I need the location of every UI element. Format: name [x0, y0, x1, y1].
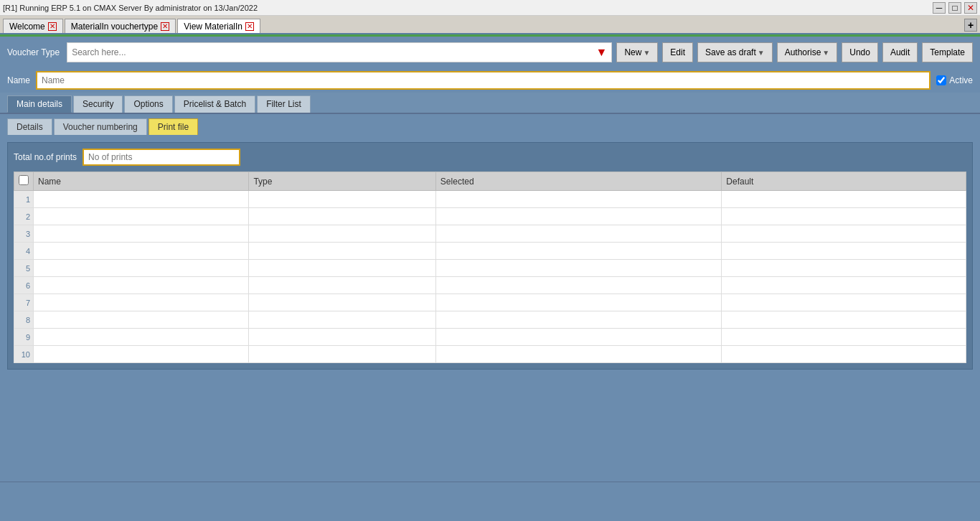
row-selected-cell[interactable]: [435, 208, 721, 225]
active-checkbox[interactable]: [936, 75, 946, 85]
row-default-cell[interactable]: [722, 329, 966, 346]
row-type-cell[interactable]: [249, 260, 435, 277]
undo-button[interactable]: Undo: [842, 42, 878, 62]
row-default-cell[interactable]: [722, 208, 966, 225]
row-default-cell[interactable]: [722, 277, 966, 294]
row-default-cell[interactable]: [722, 311, 966, 329]
row-type-cell[interactable]: [249, 225, 435, 243]
row-type-cell[interactable]: [249, 311, 435, 329]
close-button[interactable]: ✕: [964, 2, 977, 14]
tab-materialin-vouchertype-close[interactable]: ✕: [161, 22, 169, 31]
title-bar: [R1] Running ERP 5.1 on CMAX Server By a…: [0, 0, 980, 16]
row-name-cell[interactable]: [34, 191, 249, 208]
maximize-button[interactable]: □: [948, 2, 961, 14]
row-type-cell[interactable]: [249, 294, 435, 311]
row-selected-cell[interactable]: [435, 277, 721, 294]
row-selected-cell[interactable]: [435, 329, 721, 346]
main-tab-filter-list[interactable]: Filter List: [257, 95, 311, 113]
save-draft-dropdown-arrow[interactable]: ▼: [758, 49, 765, 57]
row-number: 5: [14, 260, 34, 277]
table-row: 3: [14, 225, 966, 243]
row-default-cell[interactable]: [722, 225, 966, 243]
voucher-type-search[interactable]: ▼: [67, 42, 612, 62]
main-tab-pricelist-batch[interactable]: Pricelist & Batch: [174, 95, 255, 113]
sub-tab-print-file[interactable]: Print file: [149, 118, 198, 135]
close-icon: ✕: [967, 3, 974, 13]
new-button[interactable]: New ▼: [616, 42, 658, 62]
row-default-cell[interactable]: [722, 294, 966, 311]
row-type-cell[interactable]: [249, 329, 435, 346]
row-type-cell[interactable]: [249, 243, 435, 260]
row-default-cell[interactable]: [722, 243, 966, 260]
row-name-cell[interactable]: [34, 346, 249, 363]
row-name-cell[interactable]: [34, 311, 249, 329]
grid-header-default: Default: [722, 172, 966, 191]
voucher-dropdown-arrow[interactable]: ▼: [596, 46, 608, 59]
table-row: 9: [14, 329, 966, 346]
row-name-cell[interactable]: [34, 277, 249, 294]
row-type-cell[interactable]: [249, 346, 435, 363]
table-row: 4: [14, 243, 966, 260]
new-dropdown-arrow[interactable]: ▼: [643, 49, 650, 57]
bottom-area: [0, 482, 980, 521]
main-tab-security[interactable]: Security: [73, 95, 123, 113]
toolbar: Voucher Type ▼ New ▼ Edit Save as draft …: [0, 37, 980, 68]
row-selected-cell[interactable]: [435, 243, 721, 260]
content-area: Total no.of prints Name Type Selected De…: [0, 135, 980, 482]
sub-tab-details[interactable]: Details: [7, 118, 52, 135]
table-row: 1: [14, 191, 966, 208]
total-prints-row: Total no.of prints: [14, 149, 966, 166]
sub-tabs: Details Voucher numbering Print file: [0, 114, 980, 135]
main-tab-options[interactable]: Options: [124, 95, 172, 113]
tab-view-materialin[interactable]: View MaterialIn ✕: [177, 19, 260, 33]
row-selected-cell[interactable]: [435, 225, 721, 243]
row-name-cell[interactable]: [34, 260, 249, 277]
row-name-cell[interactable]: [34, 208, 249, 225]
minimize-button[interactable]: ─: [933, 2, 946, 14]
row-default-cell[interactable]: [722, 191, 966, 208]
row-number: 1: [14, 191, 34, 208]
authorise-dropdown-arrow[interactable]: ▼: [822, 49, 829, 57]
row-name-cell[interactable]: [34, 329, 249, 346]
authorise-button[interactable]: Authorise ▼: [777, 42, 838, 62]
row-default-cell[interactable]: [722, 346, 966, 363]
name-input[interactable]: [36, 71, 930, 90]
tab-view-materialin-close[interactable]: ✕: [245, 22, 254, 31]
row-selected-cell[interactable]: [435, 346, 721, 363]
grid-header-row: Name Type Selected Default: [14, 172, 966, 191]
grid-select-all-checkbox[interactable]: [19, 175, 29, 185]
tab-welcome[interactable]: Welcome ✕: [3, 19, 63, 33]
save-as-draft-button[interactable]: Save as draft ▼: [697, 42, 773, 62]
row-selected-cell[interactable]: [435, 260, 721, 277]
tab-materialin-vouchertype[interactable]: MaterialIn vouchertype ✕: [65, 19, 176, 33]
active-label: Active: [949, 75, 973, 85]
voucher-search-input[interactable]: [72, 47, 595, 57]
template-button[interactable]: Template: [922, 42, 973, 62]
tab-welcome-close[interactable]: ✕: [48, 22, 57, 31]
row-number: 10: [14, 346, 34, 363]
row-type-cell[interactable]: [249, 208, 435, 225]
row-name-cell[interactable]: [34, 294, 249, 311]
tab-bar: Welcome ✕ MaterialIn vouchertype ✕ View …: [0, 16, 980, 34]
sub-tab-voucher-numbering[interactable]: Voucher numbering: [54, 118, 147, 135]
total-prints-label: Total no.of prints: [14, 152, 77, 162]
table-row: 10: [14, 346, 966, 363]
title-text: [R1] Running ERP 5.1 on CMAX Server By a…: [3, 4, 258, 12]
audit-button[interactable]: Audit: [882, 42, 918, 62]
main-tab-main-details[interactable]: Main details: [7, 95, 72, 113]
row-name-cell[interactable]: [34, 225, 249, 243]
row-default-cell[interactable]: [722, 260, 966, 277]
edit-button[interactable]: Edit: [662, 42, 693, 62]
table-row: 5: [14, 260, 966, 277]
row-type-cell[interactable]: [249, 277, 435, 294]
row-type-cell[interactable]: [249, 191, 435, 208]
row-name-cell[interactable]: [34, 243, 249, 260]
grid-body: 1 2 3 4 5 6 7: [14, 191, 966, 363]
row-selected-cell[interactable]: [435, 191, 721, 208]
row-number: 6: [14, 277, 34, 294]
add-tab-button[interactable]: +: [964, 19, 977, 32]
row-selected-cell[interactable]: [435, 311, 721, 329]
main-tabs: Main details Security Options Pricelist …: [0, 93, 980, 114]
row-selected-cell[interactable]: [435, 294, 721, 311]
total-prints-input[interactable]: [83, 149, 240, 166]
